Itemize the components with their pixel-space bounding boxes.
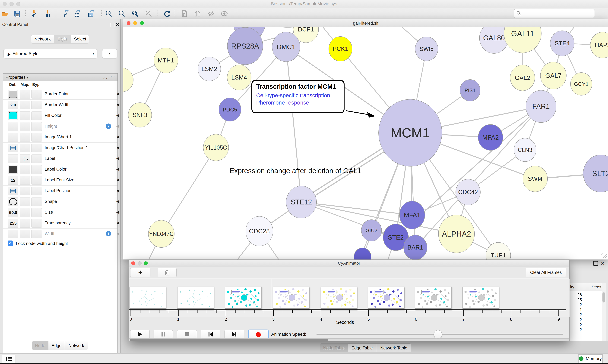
table-scrollbar[interactable] [602, 283, 606, 341]
network-node-RPS28A[interactable]: RPS28A [227, 27, 263, 65]
zoom-out-icon[interactable] [118, 10, 126, 18]
property-row-border-paint[interactable]: Border Paint◀ [3, 89, 117, 100]
memory-button[interactable]: Memory [578, 354, 603, 363]
export-image-icon[interactable] [87, 10, 95, 18]
import-network-icon[interactable] [30, 10, 38, 18]
network-node-CDC28[interactable]: CDC28 [246, 216, 273, 246]
byp-cell[interactable] [31, 165, 42, 174]
resize-grip[interactable] [601, 253, 607, 258]
network-node-MFA2[interactable]: MFA2 [478, 124, 503, 150]
close-panel-icon[interactable]: ✕ [601, 260, 605, 266]
zoom-fit-icon[interactable] [131, 10, 139, 18]
map-cell[interactable]: ⋮› [20, 155, 30, 163]
network-node-GAL11[interactable]: GAL11 [504, 27, 541, 53]
map-cell[interactable] [20, 176, 30, 184]
network-node-DMC1[interactable]: DMC1 [272, 32, 300, 62]
tab-edge[interactable]: Edge [48, 341, 65, 350]
close-panel-icon[interactable]: ✕ [115, 22, 119, 27]
def-cell[interactable]: 12 [8, 176, 18, 184]
map-cell[interactable] [20, 133, 30, 142]
network-node-YIL105C[interactable]: YIL105C [203, 134, 229, 161]
table-cell[interactable]: 2 [569, 327, 582, 332]
frame-thumbnail-0[interactable] [129, 287, 166, 310]
property-row-border-width[interactable]: 2.0Border Width◀ [3, 99, 117, 110]
def-cell[interactable] [8, 144, 18, 152]
network-node-SWI5[interactable]: SWI5 [415, 37, 438, 61]
network-node-HAP2[interactable]: HAP2 [590, 32, 608, 58]
network-node-CLN3[interactable]: CLN3 [514, 138, 536, 162]
property-row-label-color[interactable]: Label Color◀ [3, 164, 117, 175]
record-button[interactable] [248, 329, 269, 340]
byp-cell[interactable] [31, 197, 42, 206]
property-row-image-chart-1[interactable]: Image/Chart 1◀ [3, 132, 117, 143]
property-row-fill-color[interactable]: Fill Color◀ [3, 110, 117, 121]
tab-node-table[interactable]: Node Table [320, 343, 348, 352]
expand-row-icon[interactable]: ◀ [116, 92, 119, 96]
expand-row-icon[interactable]: ◀ [116, 199, 119, 204]
map-cell[interactable] [20, 90, 30, 99]
def-cell[interactable] [8, 111, 18, 120]
def-cell[interactable] [8, 230, 18, 238]
column-stress[interactable]: Stres [592, 285, 601, 289]
expand-row-icon[interactable]: ◀ [116, 178, 119, 182]
property-row-label-position[interactable]: Label Position◀ [3, 185, 117, 196]
export-network-icon[interactable] [61, 10, 69, 18]
frame-thumbnail-4[interactable] [321, 287, 357, 310]
network-node-MTH1[interactable]: MTH1 [154, 48, 178, 73]
byp-cell[interactable] [31, 90, 42, 99]
first-neighbors-icon[interactable] [193, 10, 201, 18]
panel-menu-button[interactable] [2, 355, 16, 363]
property-row-image-chart-position-1[interactable]: Image/Chart Position 1◀ [3, 143, 117, 153]
scrollbar-thumb[interactable] [130, 339, 328, 341]
network-node-GCY1[interactable]: GCY1 [570, 73, 592, 95]
style-selector[interactable]: galFiltered Style ▾ [3, 49, 97, 58]
network-node-MFA1[interactable]: MFA1 [400, 201, 425, 229]
network-node-BAR1[interactable]: BAR1 [404, 235, 427, 260]
property-row-transparency[interactable]: 255Transparency◀ [3, 218, 117, 229]
save-session-icon[interactable] [13, 10, 21, 18]
map-cell[interactable] [20, 122, 30, 131]
network-node-TUP1[interactable]: TUP1 [486, 242, 511, 260]
tab-network-bottom[interactable]: Network [65, 341, 88, 350]
zoom-selected-icon[interactable] [145, 10, 153, 18]
byp-cell[interactable] [31, 155, 42, 163]
map-cell[interactable] [20, 230, 30, 238]
map-cell[interactable] [20, 197, 30, 206]
playhead[interactable] [272, 279, 272, 309]
property-row-label-font-size[interactable]: 12Label Font Size◀ [3, 175, 117, 186]
byp-cell[interactable] [31, 208, 42, 217]
network-node-SLT2[interactable]: SLT2 [583, 155, 608, 192]
byp-cell[interactable] [31, 219, 42, 228]
expand-row-icon[interactable]: ◀ [116, 232, 119, 236]
property-row-width[interactable]: Widthi◀ [3, 229, 117, 239]
byp-cell[interactable] [31, 144, 42, 152]
search-input[interactable] [522, 11, 590, 16]
frame-thumbnail-1[interactable] [177, 287, 214, 310]
skip-to-start-button[interactable] [201, 330, 220, 339]
info-icon[interactable]: i [106, 231, 111, 236]
network-node-LSM2[interactable]: LSM2 [198, 57, 221, 81]
mcm1-annotation[interactable]: Transcription factor MCM1 Cell-type-spec… [251, 80, 345, 113]
import-table-icon[interactable] [44, 10, 52, 18]
map-cell[interactable] [20, 111, 30, 120]
expand-row-icon[interactable]: ◀ [116, 146, 119, 150]
network-node-GAL7[interactable]: GAL7 [540, 62, 566, 89]
zoom-in-icon[interactable] [105, 10, 113, 18]
table-cell[interactable]: 25 [569, 298, 582, 302]
tab-network[interactable]: Network [31, 35, 54, 43]
pause-button[interactable] [154, 330, 173, 339]
network-node-MCM1[interactable]: MCM1 [379, 99, 442, 166]
byp-cell[interactable] [31, 101, 42, 109]
search-box[interactable] [514, 9, 595, 18]
network-node-FAR1[interactable]: FAR1 [526, 90, 556, 123]
slider-thumb[interactable] [434, 330, 442, 339]
annotation-link[interactable]: Pheromone response [256, 99, 340, 106]
map-cell[interactable] [20, 101, 30, 109]
expand-row-icon[interactable]: ◀ [116, 103, 119, 107]
def-cell[interactable] [8, 133, 18, 142]
frame-thumbnail-6[interactable] [415, 287, 452, 310]
def-cell[interactable] [8, 155, 18, 163]
expand-row-icon[interactable]: ◀ [116, 189, 119, 193]
tab-network-table[interactable]: Network Table [376, 343, 411, 352]
expand-row-icon[interactable]: ◀ [116, 113, 119, 117]
